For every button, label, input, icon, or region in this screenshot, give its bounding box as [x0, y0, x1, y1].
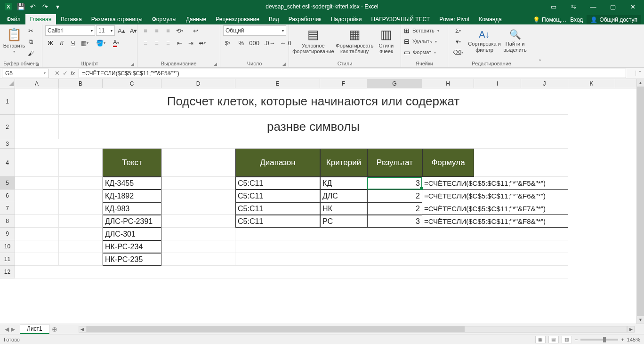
cell[interactable] [161, 190, 235, 202]
enter-formula-icon[interactable]: ✓ [63, 70, 68, 77]
sort-filter-button[interactable]: A↓Сортировка и фильтр [468, 25, 501, 56]
bold-icon[interactable]: Ж [45, 38, 56, 48]
range-cell[interactable]: C5:C11 [235, 202, 320, 215]
col-C[interactable]: C [103, 79, 161, 88]
row-6[interactable]: 6 [0, 190, 15, 202]
undo-icon[interactable]: ↶ [27, 1, 39, 12]
ribbon-options-icon[interactable]: ▭ [545, 1, 562, 12]
cell[interactable] [161, 240, 235, 253]
text-cell[interactable]: ДЛС-301 [103, 228, 161, 240]
sheet-nav-prev-icon[interactable]: ◀ [5, 326, 9, 333]
tell-me[interactable]: 💡Помощ… [533, 16, 566, 23]
select-all-corner[interactable] [0, 79, 15, 88]
row-3[interactable]: 3 [0, 139, 15, 149]
help-switch-icon[interactable]: ⇆ [565, 1, 582, 12]
result-cell[interactable]: 2 [367, 190, 422, 202]
cell[interactable] [15, 190, 59, 202]
cut-icon[interactable]: ✂ [25, 25, 36, 36]
fill-icon[interactable]: ▾▾ [451, 36, 468, 47]
criterion-cell[interactable]: КД [320, 177, 367, 190]
copy-icon[interactable]: ⧉ [25, 37, 36, 47]
zoom-slider[interactable] [580, 339, 618, 341]
merge-cells-icon[interactable]: ⬌▾ [197, 38, 210, 48]
range-cell[interactable]: C5:C11 [235, 177, 320, 190]
sheet-nav-next-icon[interactable]: ▶ [11, 326, 15, 333]
row-7[interactable]: 7 [0, 202, 15, 215]
wrap-text-icon[interactable]: ↩ [189, 25, 202, 36]
formula-bar[interactable]: =СЧЁТЕСЛИ($C$5:$C$11;"*"&F5&"*") [79, 69, 626, 78]
scroll-down-icon[interactable]: ▼ [637, 316, 644, 324]
fx-icon[interactable]: fx [71, 70, 75, 77]
row-1[interactable]: 1 [0, 88, 15, 115]
font-color-icon[interactable]: A▾ [111, 38, 124, 48]
col-F[interactable]: F [320, 79, 367, 88]
delete-cells-button[interactable]: Удалить [411, 36, 434, 47]
autosum-icon[interactable]: Σ▾ [451, 25, 468, 36]
maximize-icon[interactable]: ▢ [604, 1, 621, 12]
col-E[interactable]: E [235, 79, 320, 88]
collapse-ribbon-icon[interactable]: ˄ [535, 24, 545, 67]
find-select-button[interactable]: 🔍Найти и выделить [501, 25, 529, 56]
text-cell[interactable]: НК-РС-234 [103, 240, 161, 253]
sheet-tab[interactable]: Лист1 [20, 324, 49, 334]
page-layout-view-icon[interactable]: ▤ [548, 336, 559, 343]
row-2[interactable]: 2 [0, 115, 15, 139]
tab-review[interactable]: Рецензирование [211, 14, 264, 24]
tab-data[interactable]: Данные [181, 14, 211, 24]
cell[interactable] [235, 253, 568, 266]
font-size-combo[interactable]: 11▾ [96, 25, 115, 36]
cell[interactable] [235, 240, 568, 253]
cell[interactable] [59, 240, 103, 253]
scroll-right-icon[interactable]: ▶ [627, 326, 635, 333]
dialog-launcher-icon[interactable]: ◢ [214, 62, 217, 66]
cell[interactable] [161, 202, 235, 215]
borders-icon[interactable]: ▦▾ [79, 38, 93, 48]
tab-developer[interactable]: Разработчик [284, 14, 326, 24]
row-8[interactable]: 8 [0, 215, 15, 228]
col-D[interactable]: D [161, 79, 235, 88]
tab-page-layout[interactable]: Разметка страницы [87, 14, 147, 24]
col-B[interactable]: B [59, 79, 103, 88]
cell[interactable] [161, 177, 235, 190]
sign-in[interactable]: Вход [570, 16, 583, 23]
cell-styles-button[interactable]: ▥Стили ячеек [375, 25, 398, 56]
percent-icon[interactable]: % [236, 38, 246, 48]
criterion-cell[interactable]: НК [320, 202, 367, 215]
underline-icon[interactable]: Ч [68, 38, 78, 48]
header-criterion[interactable]: Критерий [320, 149, 367, 177]
redo-icon[interactable]: ↷ [40, 1, 51, 12]
range-cell[interactable]: C5:C11 [235, 190, 320, 202]
col-G[interactable]: G [367, 79, 422, 88]
tab-view[interactable]: Вид [264, 14, 284, 24]
align-top-icon[interactable]: ≡ [140, 25, 151, 36]
align-middle-icon[interactable]: ≡ [152, 25, 162, 36]
text-cell[interactable]: НК-РС-235 [103, 253, 161, 266]
horizontal-scrollbar[interactable]: ◀ ▶ [79, 326, 635, 333]
row-10[interactable]: 10 [0, 240, 15, 253]
number-format-combo[interactable]: Общий▾ [223, 25, 286, 36]
cell[interactable] [15, 139, 568, 149]
indent-decrease-icon[interactable]: ⇤ [174, 38, 185, 48]
title-cell-1[interactable]: Подсчет клеток, которые начинаются или с… [59, 88, 568, 115]
range-cell[interactable]: C5:C11 [235, 215, 320, 228]
result-cell[interactable]: 3 [367, 177, 422, 190]
cell[interactable] [15, 202, 59, 215]
text-cell[interactable]: КД-3455 [103, 177, 161, 190]
tab-addins[interactable]: Надстройки [326, 14, 367, 24]
tab-file[interactable]: Файл [2, 14, 25, 24]
col-J[interactable]: J [521, 79, 568, 88]
cell[interactable] [59, 149, 103, 177]
col-A[interactable]: A [15, 79, 59, 88]
formula-cell[interactable]: =СЧЁТЕСЛИ($C$5:$C$11;"*"&F5&"*") [422, 177, 568, 190]
row-11[interactable]: 11 [0, 253, 15, 266]
text-cell[interactable]: КД-983 [103, 202, 161, 215]
cell[interactable] [15, 177, 59, 190]
format-as-table-button[interactable]: ▦Форматировать как таблицу [335, 25, 375, 56]
text-cell[interactable]: ДЛС-РС-2391 [103, 215, 161, 228]
header-range[interactable]: Диапазон [235, 149, 320, 177]
cell[interactable] [161, 228, 235, 240]
cell[interactable] [15, 88, 59, 115]
result-cell[interactable]: 2 [367, 202, 422, 215]
cancel-formula-icon[interactable]: ✕ [55, 70, 60, 77]
dialog-launcher-icon[interactable]: ◢ [131, 62, 134, 66]
